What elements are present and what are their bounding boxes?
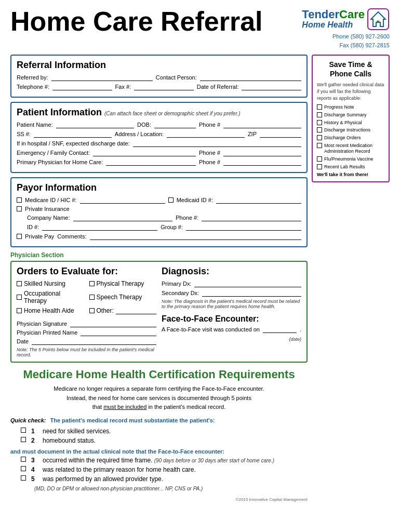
patient-row2: SS #: Address / Location: ZIP [17,130,301,138]
item5-checkbox[interactable] [21,475,26,481]
main-layout: Referral Information Referred by: Contac… [10,55,390,502]
other-checkbox[interactable] [89,308,95,313]
history-checkbox[interactable] [317,120,322,125]
printed-field[interactable] [81,329,156,336]
patient-title: Patient Information (Can attach face she… [17,107,301,118]
logo-brand: TenderCare Home Health ♥ [302,8,390,31]
home-health-aide-checkbox[interactable] [17,308,22,313]
referred-by-field[interactable] [51,74,153,81]
physical-therapy-checkbox[interactable] [89,281,95,286]
speech-therapy-checkbox[interactable] [89,295,95,300]
referred-by-label: Referred by: [17,74,48,81]
contact-field[interactable] [200,74,301,81]
logo-home-health: Home Health [302,20,365,30]
occupational-therapy-checkbox[interactable] [17,295,22,300]
item5-text: was performed by an allowed provider typ… [43,475,163,483]
phone3-field[interactable] [223,158,301,166]
medicare-label: Medicare ID / HIC #: [25,197,77,203]
heading2: and must document in the actual clinical… [10,448,308,455]
physical-therapy-label: Physical Therapy [97,280,144,287]
sig-field[interactable] [70,320,156,327]
phone-field[interactable] [223,121,301,128]
lab-checkbox[interactable] [317,164,322,169]
patient-section: Patient Information (Can attach face she… [10,102,308,173]
logo-phone: Phone (580) 927-2600 Fax (580) 927-2815 [332,32,390,49]
patient-name-field[interactable] [56,121,134,128]
date-field[interactable] [242,83,301,90]
fax-field[interactable] [134,83,194,90]
patient-row5: Primary Physician for Home Care: Phone # [17,158,301,166]
sidebar-item-progress: Progress Note [317,104,384,111]
group-field[interactable] [186,223,301,231]
medicare-list1: 1 need for skilled services. 2 homebound… [21,428,308,444]
primary-dx-field[interactable] [194,280,301,287]
discharge-instructions-checkbox[interactable] [317,127,322,132]
private-pay-checkbox[interactable] [17,234,22,239]
phone2-field[interactable] [223,149,301,156]
medicare-item-5: 5 was performed by an allowed provider t… [21,475,308,483]
medicare-field[interactable] [80,196,165,204]
ins-phone-label: Phone #: [176,215,198,221]
skilled-nursing-label: Skilled Nursing [24,280,65,287]
logo-block: TenderCare Home Health ♥ Phone (580) 927… [302,8,390,49]
medication-label: Most recent Medication Administration Re… [324,143,384,155]
id-field[interactable] [42,223,157,231]
medicare-desc3: that must be included in the patient's m… [10,403,308,412]
hospital-field[interactable] [133,140,301,147]
payor-row5: Private Pay Comments: [17,233,301,240]
md-note-text: (MD, DO or DPM or allowed non-physician … [34,486,203,491]
face-title: Face-to-Face Encounter: [162,314,301,324]
patient-name-label: Patient Name: [17,122,53,128]
referral-row2: Telephone #: Fax #: Date of Referral: [17,83,301,90]
house-icon: ♥ [367,8,390,31]
sidebar-box: Save Time &Phone Calls We'll gather need… [312,55,390,182]
md-note: (MD, DO or DPM or allowed non-physician … [34,485,308,492]
item3-checkbox[interactable] [21,457,26,462]
medication-checkbox[interactable] [317,143,322,148]
company-field[interactable] [73,214,173,221]
secondary-dx-field[interactable] [202,289,301,297]
progress-checkbox[interactable] [317,104,322,110]
address-field[interactable] [167,130,245,138]
medicaid-field[interactable] [216,196,301,204]
primary-dx-row: Primary Dx: [162,280,301,287]
physician-right: Diagnosis: Primary Dx: Secondary Dx: Not… [162,266,301,357]
medicaid-label: Medicaid ID #: [177,197,213,203]
ins-phone-field[interactable] [202,214,301,221]
comments-field[interactable] [90,233,302,240]
medicare-item-2: 2 homebound status. [21,437,308,444]
date-sig-field[interactable] [32,338,156,345]
medicare-checkbox[interactable] [17,197,22,203]
item2-num: 2 [31,437,37,444]
referral-title: Referral Information [17,60,301,71]
skilled-nursing-checkbox[interactable] [17,281,22,286]
item4-checkbox[interactable] [21,466,26,471]
medicaid-checkbox[interactable] [168,197,174,203]
other-field[interactable] [116,307,156,314]
flu-checkbox[interactable] [317,156,322,162]
speech-therapy-label: Speech Therapy [97,294,142,301]
physician-field[interactable] [106,158,196,166]
telephone-field[interactable] [52,83,112,90]
zip-field[interactable] [260,130,301,138]
diagnosis-note: Note: The diagnosis in the patient's med… [162,299,301,309]
history-label: History & Physical [324,120,362,126]
emergency-field[interactable] [93,149,196,156]
private-ins-checkbox[interactable] [17,206,22,211]
phone3-label: Phone # [199,159,220,165]
quick-check-row: Quick check: The patient's medical recor… [10,417,308,425]
discharge-orders-checkbox[interactable] [317,135,322,140]
face-date-field[interactable] [263,326,297,333]
item2-checkbox[interactable] [21,437,26,442]
sidebar-item-discharge-summary: Discharge Summary [317,112,384,118]
ss-field[interactable] [34,130,112,138]
item1-checkbox[interactable] [21,428,26,433]
page-title: Home Care Referral [10,8,263,35]
physician-section-label: Physician Section [10,251,308,259]
medicare-title: Medicare Home Health Certification Requi… [10,368,308,381]
sidebar-item-lab: Recent Lab Results [317,164,384,170]
dob-field[interactable] [154,121,196,128]
referral-section: Referral Information Referred by: Contac… [10,55,308,98]
discharge-summary-checkbox[interactable] [317,112,322,117]
item5-num: 5 [31,475,37,483]
